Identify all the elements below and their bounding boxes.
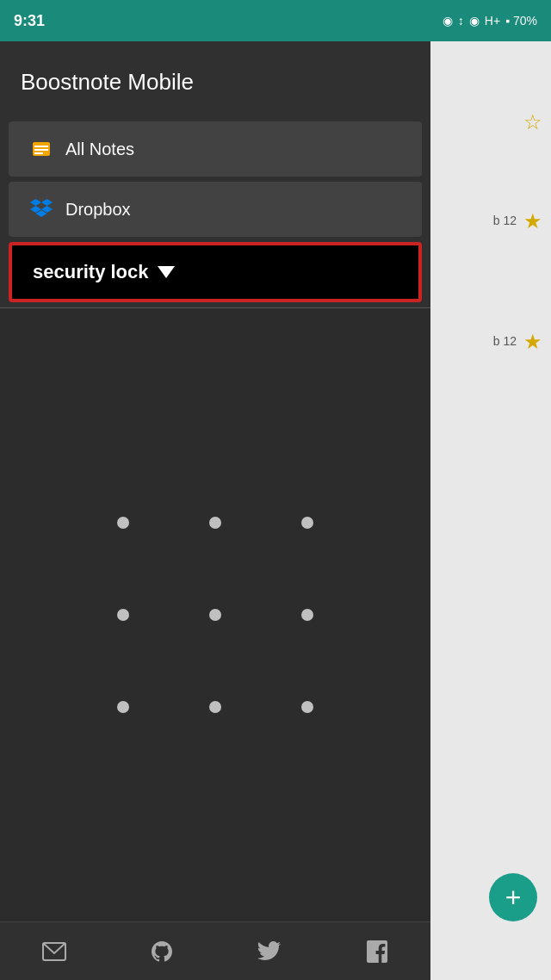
fab-button[interactable]: + xyxy=(489,873,537,921)
dot-node-6 xyxy=(301,609,313,621)
facebook-nav-button[interactable] xyxy=(356,930,399,973)
network-icon: ↕ xyxy=(458,14,464,28)
nav-section: All Notes Dropbox security lock xyxy=(0,116,430,307)
github-nav-button[interactable] xyxy=(140,930,183,973)
security-lock-label: security lock xyxy=(33,261,149,283)
nav-item-dropbox[interactable]: Dropbox xyxy=(9,182,422,237)
dot-2[interactable] xyxy=(170,477,262,569)
dot-node-5 xyxy=(209,609,221,621)
dot-1[interactable] xyxy=(77,477,170,569)
dot-3[interactable] xyxy=(261,477,353,569)
all-notes-label: All Notes xyxy=(65,140,134,159)
battery-icon: ▪ 70% xyxy=(505,14,537,28)
dot-9[interactable] xyxy=(261,661,353,753)
star-icon-2[interactable]: ★ xyxy=(523,209,542,233)
twitter-nav-button[interactable] xyxy=(248,930,291,973)
dot-5[interactable] xyxy=(170,569,262,661)
all-notes-icon xyxy=(29,137,53,161)
dot-node-1 xyxy=(117,517,129,529)
dot-node-3 xyxy=(301,517,313,529)
signal-icon: ◉ xyxy=(443,14,453,28)
dropbox-icon xyxy=(29,197,53,221)
status-bar: 9:31 ◉ ↕ ◉ H+ ▪ 70% xyxy=(0,0,551,41)
svg-marker-4 xyxy=(30,199,41,206)
app-title: Boostnote Mobile xyxy=(0,41,430,116)
pattern-lock-area[interactable] xyxy=(0,308,430,921)
svg-rect-2 xyxy=(34,149,48,151)
dot-node-7 xyxy=(117,701,129,713)
date-label-1: b 12 xyxy=(493,214,517,227)
network-type-icon: H+ xyxy=(485,14,500,28)
chevron-down-icon xyxy=(158,266,175,278)
svg-rect-1 xyxy=(34,146,48,147)
status-icons: ◉ ↕ ◉ H+ ▪ 70% xyxy=(443,14,537,28)
dot-6[interactable] xyxy=(261,569,353,661)
dot-node-4 xyxy=(117,609,129,621)
time-display: 9:31 xyxy=(14,12,45,30)
sidebar: Boostnote Mobile All Notes xyxy=(0,41,430,980)
dropbox-label: Dropbox xyxy=(65,200,131,220)
fab-icon: + xyxy=(505,882,522,914)
pattern-grid[interactable] xyxy=(60,460,370,770)
bottom-nav-bar xyxy=(0,921,430,980)
dot-node-2 xyxy=(209,517,221,529)
wifi-icon: ◉ xyxy=(469,14,480,28)
dot-8[interactable] xyxy=(170,661,262,753)
svg-rect-3 xyxy=(34,152,43,154)
dot-node-9 xyxy=(301,701,313,713)
security-lock-item[interactable]: security lock xyxy=(9,242,422,302)
dot-4[interactable] xyxy=(77,569,170,661)
mail-nav-button[interactable] xyxy=(33,930,76,973)
svg-marker-5 xyxy=(41,199,53,206)
star-icon-3[interactable]: ★ xyxy=(523,330,542,354)
dot-node-8 xyxy=(209,701,221,713)
nav-item-all-notes[interactable]: All Notes xyxy=(9,121,422,177)
dot-7[interactable] xyxy=(77,661,170,753)
star-icon-1[interactable]: ☆ xyxy=(523,110,542,134)
main-panel: ☆ b 12 ★ b 12 ★ xyxy=(430,41,551,980)
date-label-2: b 12 xyxy=(493,334,517,348)
